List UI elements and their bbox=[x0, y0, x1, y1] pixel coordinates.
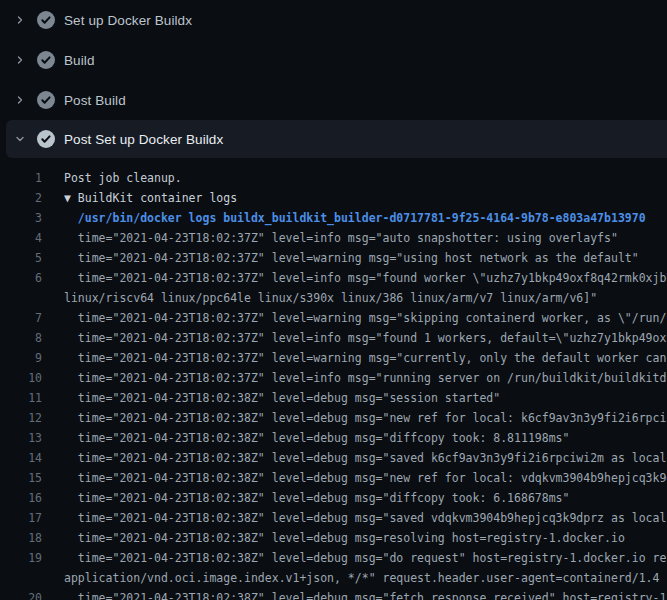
log-command-text: /usr/bin/docker logs buildx_buildkit_bui… bbox=[42, 208, 646, 228]
log-line-text: time="2021-04-23T18:02:37Z" level=info m… bbox=[42, 368, 666, 388]
log-line-text: time="2021-04-23T18:02:38Z" level=debug … bbox=[42, 488, 569, 508]
log-line-number[interactable]: 3 bbox=[0, 208, 42, 228]
log-line-number-spacer bbox=[0, 288, 42, 308]
section-label: Post Set up Docker Buildx bbox=[64, 132, 223, 147]
log-line-text: time="2021-04-23T18:02:38Z" level=debug … bbox=[42, 528, 625, 548]
log-line: 14 time="2021-04-23T18:02:38Z" level=deb… bbox=[0, 448, 667, 468]
log-line-text: time="2021-04-23T18:02:37Z" level=warnin… bbox=[42, 348, 666, 368]
log-line-text: time="2021-04-23T18:02:37Z" level=info m… bbox=[42, 268, 667, 288]
log-line-number[interactable]: 17 bbox=[0, 508, 42, 528]
log-line-text: time="2021-04-23T18:02:38Z" level=debug … bbox=[42, 448, 667, 468]
log-line-number[interactable]: 13 bbox=[0, 428, 42, 448]
log-line-text: time="2021-04-23T18:02:38Z" level=debug … bbox=[42, 468, 667, 488]
log-line-text: time="2021-04-23T18:02:38Z" level=debug … bbox=[42, 388, 500, 408]
section-label: Set up Docker Buildx bbox=[64, 13, 192, 28]
log-line-text: time="2021-04-23T18:02:38Z" level=debug … bbox=[42, 508, 667, 528]
log-line-number-spacer bbox=[0, 568, 42, 588]
log-line: 15 time="2021-04-23T18:02:38Z" level=deb… bbox=[0, 468, 667, 488]
log-line-number[interactable]: 8 bbox=[0, 328, 42, 348]
log-line-number[interactable]: 9 bbox=[0, 348, 42, 368]
log-line-text: application/vnd.oci.image.index.v1+json,… bbox=[42, 568, 659, 588]
log-line: 11 time="2021-04-23T18:02:38Z" level=deb… bbox=[0, 388, 667, 408]
section-label: Build bbox=[64, 53, 95, 68]
log-line-text: time="2021-04-23T18:02:38Z" level=debug … bbox=[42, 408, 666, 428]
log-line: 12 time="2021-04-23T18:02:38Z" level=deb… bbox=[0, 408, 667, 428]
log-line-text: time="2021-04-23T18:02:37Z" level=info m… bbox=[42, 328, 667, 348]
log-line-number[interactable]: 15 bbox=[0, 468, 42, 488]
log-line: 3 /usr/bin/docker logs buildx_buildkit_b… bbox=[0, 208, 667, 228]
log-line-text: time="2021-04-23T18:02:37Z" level=warnin… bbox=[42, 308, 667, 328]
log-line-text: linux/riscv64 linux/ppc64le linux/s390x … bbox=[42, 288, 597, 308]
log-output: 1 Post job cleanup. 2 ▼ BuildKit contain… bbox=[0, 158, 667, 600]
section-row-collapsed[interactable]: Post Build bbox=[0, 80, 667, 120]
log-line-number[interactable]: 6 bbox=[0, 268, 42, 288]
log-line: linux/riscv64 linux/ppc64le linux/s390x … bbox=[0, 288, 667, 308]
log-group-toggle[interactable]: ▼ BuildKit container logs bbox=[42, 188, 237, 208]
log-line: 1 Post job cleanup. bbox=[0, 168, 667, 188]
check-circle-icon bbox=[36, 50, 56, 70]
log-line: 4 time="2021-04-23T18:02:37Z" level=info… bbox=[0, 228, 667, 248]
log-line: 17 time="2021-04-23T18:02:38Z" level=deb… bbox=[0, 508, 667, 528]
check-circle-icon bbox=[36, 90, 56, 110]
log-line: 16 time="2021-04-23T18:02:38Z" level=deb… bbox=[0, 488, 667, 508]
log-line-number[interactable]: 19 bbox=[0, 548, 42, 568]
chevron-down-icon bbox=[14, 133, 26, 145]
section-row-collapsed[interactable]: Build bbox=[0, 40, 667, 80]
log-line-number[interactable]: 12 bbox=[0, 408, 42, 428]
log-line-text: Post job cleanup. bbox=[42, 168, 182, 188]
log-line: 5 time="2021-04-23T18:02:37Z" level=warn… bbox=[0, 248, 667, 268]
check-circle-icon bbox=[36, 10, 56, 30]
log-line-number[interactable]: 4 bbox=[0, 228, 42, 248]
log-line: 13 time="2021-04-23T18:02:38Z" level=deb… bbox=[0, 428, 667, 448]
log-line: 19 time="2021-04-23T18:02:38Z" level=deb… bbox=[0, 548, 667, 568]
log-line-number[interactable]: 18 bbox=[0, 528, 42, 548]
section-row-expanded[interactable]: Post Set up Docker Buildx bbox=[6, 120, 667, 158]
log-line-number[interactable]: 14 bbox=[0, 448, 42, 468]
log-line-text: time="2021-04-23T18:02:38Z" level=debug … bbox=[42, 588, 666, 600]
log-line-number[interactable]: 20 bbox=[0, 588, 42, 600]
log-line-text: time="2021-04-23T18:02:38Z" level=debug … bbox=[42, 428, 569, 448]
log-line: 6 time="2021-04-23T18:02:37Z" level=info… bbox=[0, 268, 667, 288]
log-line-text: time="2021-04-23T18:02:37Z" level=info m… bbox=[42, 228, 618, 248]
steps-list: Set up Docker Buildx Build Post Build Po… bbox=[0, 0, 667, 158]
log-line: 10 time="2021-04-23T18:02:37Z" level=inf… bbox=[0, 368, 667, 388]
check-circle-icon bbox=[36, 129, 56, 149]
log-line-number[interactable]: 2 bbox=[0, 188, 42, 208]
log-line: 20 time="2021-04-23T18:02:38Z" level=deb… bbox=[0, 588, 667, 600]
log-line-number[interactable]: 7 bbox=[0, 308, 42, 328]
chevron-right-icon bbox=[14, 14, 26, 26]
log-line-text: time="2021-04-23T18:02:38Z" level=debug … bbox=[42, 548, 666, 568]
log-line-text: time="2021-04-23T18:02:37Z" level=warnin… bbox=[42, 248, 639, 268]
log-line: 9 time="2021-04-23T18:02:37Z" level=warn… bbox=[0, 348, 667, 368]
log-line: 8 time="2021-04-23T18:02:37Z" level=info… bbox=[0, 328, 667, 348]
log-line-number[interactable]: 11 bbox=[0, 388, 42, 408]
log-line-number[interactable]: 10 bbox=[0, 368, 42, 388]
log-line-number[interactable]: 5 bbox=[0, 248, 42, 268]
log-line: 7 time="2021-04-23T18:02:37Z" level=warn… bbox=[0, 308, 667, 328]
log-line: 18 time="2021-04-23T18:02:38Z" level=deb… bbox=[0, 528, 667, 548]
log-line-number[interactable]: 16 bbox=[0, 488, 42, 508]
section-row-collapsed[interactable]: Set up Docker Buildx bbox=[0, 0, 667, 40]
section-label: Post Build bbox=[64, 93, 126, 108]
log-line-number[interactable]: 1 bbox=[0, 168, 42, 188]
log-line: 2 ▼ BuildKit container logs bbox=[0, 188, 667, 208]
chevron-right-icon bbox=[14, 54, 26, 66]
chevron-right-icon bbox=[14, 94, 26, 106]
log-line: application/vnd.oci.image.index.v1+json,… bbox=[0, 568, 667, 588]
